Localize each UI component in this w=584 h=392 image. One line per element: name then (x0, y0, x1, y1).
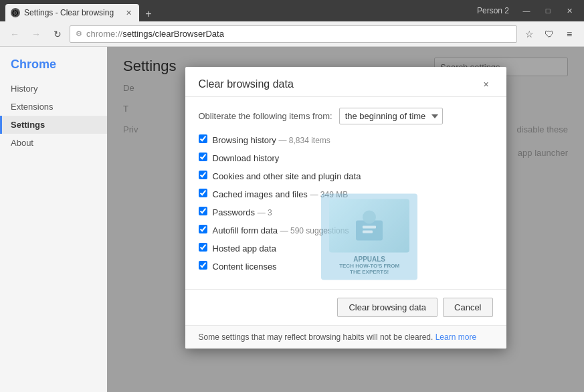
reload-button[interactable]: ↻ (48, 25, 67, 43)
checkbox-browsing-history-label: Browsing history — 8,834 items (213, 135, 330, 145)
clear-browsing-data-button[interactable]: Clear browsing data (337, 298, 437, 317)
checkbox-cookies: Cookies and other site and plugin data (199, 170, 493, 181)
tab-strip: ⚙ Settings - Clear browsing ✕ + (5, 0, 474, 21)
checkbox-cached-images: Cached images and files — 349 MB (199, 188, 493, 199)
clear-browsing-dialog: Clear browsing data × Obliterate the fol… (185, 67, 506, 349)
window-controls: Person 2 — □ ✕ (477, 4, 579, 17)
checkbox-autofill: Autofill form data — 590 suggestions (199, 224, 493, 235)
navigation-bar: ← → ↻ ⚙ chrome://settings/clearBrowserDa… (0, 21, 584, 47)
time-range-select[interactable]: the beginning of time the past hour the … (339, 108, 443, 124)
tab-close-button[interactable]: ✕ (123, 7, 134, 18)
sidebar-item-about[interactable]: About (0, 134, 107, 152)
page-icon: ⚙ (76, 29, 82, 38)
back-button[interactable]: ← (5, 25, 24, 43)
checkbox-content-licenses-input[interactable] (199, 261, 207, 270)
bookmark-button[interactable]: ☆ (520, 25, 539, 43)
checkbox-content-licenses: Content licenses (199, 260, 493, 272)
cancel-button[interactable]: Cancel (443, 298, 492, 317)
dialog-body: Obliterate the following items from: the… (185, 97, 506, 289)
address-bar[interactable]: ⚙ chrome://settings/clearBrowserData (70, 25, 517, 43)
sidebar: Chrome History Extensions Settings About (0, 47, 107, 392)
dialog-footer: Clear browsing data Cancel (185, 289, 506, 325)
new-tab-button[interactable]: + (139, 7, 158, 21)
checkbox-browsing-history: Browsing history — 8,834 items (199, 134, 493, 145)
tab-favicon: ⚙ (11, 8, 20, 17)
dialog-header: Clear browsing data × (185, 67, 506, 97)
checkbox-cached-images-input[interactable] (199, 189, 207, 197)
obliterate-row: Obliterate the following items from: the… (199, 108, 493, 124)
dialog-title: Clear browsing data (199, 78, 294, 90)
tab-label: Settings - Clear browsing (24, 8, 114, 17)
browser-content: Chrome History Extensions Settings About… (0, 47, 584, 392)
checkbox-download-history: Download history (199, 152, 493, 163)
checkbox-passwords-label: Passwords — 3 (213, 207, 272, 217)
close-button[interactable]: ✕ (560, 4, 579, 17)
note-text: Some settings that may reflect browsing … (199, 332, 433, 342)
checkbox-autofill-label: Autofill form data — 590 suggestions (213, 225, 349, 235)
checkbox-cookies-label: Cookies and other site and plugin data (213, 171, 361, 181)
sidebar-item-history[interactable]: History (0, 80, 107, 98)
checkbox-hosted-app-label: Hosted app data (213, 243, 276, 254)
checkbox-download-history-input[interactable] (199, 153, 207, 161)
address-text: chrome://settings/clearBrowserData (86, 29, 511, 39)
checkbox-browsing-history-input[interactable] (199, 134, 207, 143)
settings-content: Settings De T Priv disable these app lau… (107, 47, 584, 392)
learn-more-link[interactable]: Learn more (435, 332, 476, 342)
checkbox-autofill-input[interactable] (199, 225, 207, 233)
dialog-close-button[interactable]: × (480, 78, 493, 91)
title-bar: ⚙ Settings - Clear browsing ✕ + Person 2… (0, 0, 584, 21)
checkbox-passwords-input[interactable] (199, 207, 207, 215)
checkbox-cached-images-label: Cached images and files — 349 MB (213, 189, 349, 199)
checkbox-passwords: Passwords — 3 (199, 206, 493, 217)
sidebar-brand: Chrome (0, 58, 107, 80)
checkbox-cookies-input[interactable] (199, 171, 207, 179)
checkbox-content-licenses-label: Content licenses (213, 262, 277, 272)
dialog-note: Some settings that may reflect browsing … (185, 325, 506, 349)
menu-button[interactable]: ≡ (560, 25, 579, 43)
forward-button[interactable]: → (27, 25, 45, 43)
checkbox-hosted-app-input[interactable] (199, 243, 207, 252)
extension-button[interactable]: 🛡 (540, 25, 559, 43)
checkbox-hosted-app: Hosted app data (199, 242, 493, 254)
active-tab[interactable]: ⚙ Settings - Clear browsing ✕ (5, 4, 139, 21)
modal-overlay: APPUALS TECH HOW-TO'S FROM THE EXPERTS! … (107, 47, 584, 392)
restore-button[interactable]: □ (539, 4, 557, 17)
sidebar-item-settings[interactable]: Settings (0, 116, 107, 134)
checkbox-download-history-label: Download history (213, 153, 280, 163)
person-label: Person 2 (477, 6, 509, 15)
obliterate-label: Obliterate the following items from: (199, 111, 332, 121)
sidebar-item-extensions[interactable]: Extensions (0, 98, 107, 116)
nav-right-buttons: ☆ 🛡 ≡ (520, 25, 579, 43)
minimize-button[interactable]: — (517, 4, 536, 17)
